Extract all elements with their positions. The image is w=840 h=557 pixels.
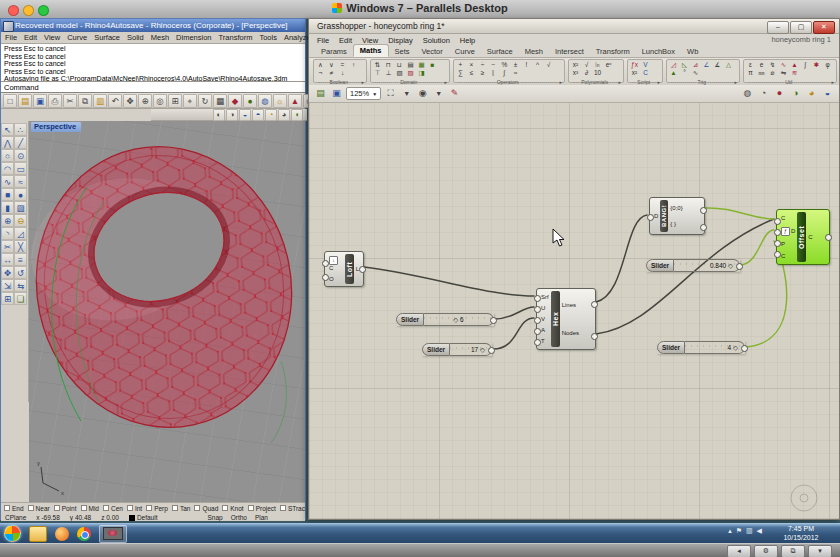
sketch-pen-icon[interactable]: ✎ [448, 87, 461, 100]
open-document-icon[interactable]: ▤ [314, 87, 327, 100]
close-button[interactable]: ✕ [813, 21, 835, 34]
chevron-down-icon[interactable]: ▼ [400, 87, 413, 100]
osnap-toggle[interactable]: Near [28, 505, 50, 512]
trig-sine-icon[interactable]: ◿ [668, 61, 679, 69]
rectangle-icon[interactable]: ▭ [14, 162, 27, 175]
op-floor-icon[interactable]: ⌊ [488, 69, 499, 77]
rhino-command-input[interactable]: Command [1, 82, 305, 93]
osnap-toggle[interactable]: Project [248, 505, 276, 512]
poly-log-icon[interactable]: ㏑ [592, 61, 603, 69]
gh-tab[interactable]: Transform [590, 46, 636, 57]
lamp-icon[interactable]: ☼ [273, 94, 287, 108]
viewport-label[interactable]: Perspective [31, 122, 81, 132]
input-socket[interactable] [774, 240, 781, 247]
osnap-toggle[interactable]: Cen [103, 505, 123, 512]
camera-widget-icon[interactable]: ◍ [741, 87, 754, 100]
input-socket[interactable] [534, 328, 541, 335]
save-icon[interactable]: ▣ [33, 94, 47, 108]
pointer-icon[interactable]: ↖ [1, 123, 14, 136]
gh-tab[interactable]: Curve [449, 46, 481, 57]
gh-menu-item[interactable]: File [317, 36, 329, 45]
gh-menu-item[interactable]: Help [460, 36, 475, 45]
output-socket[interactable] [490, 317, 497, 324]
poly-cube-icon[interactable]: x³ [570, 69, 581, 77]
output-socket[interactable] [591, 301, 598, 308]
move-icon[interactable]: ✥ [1, 266, 14, 279]
ellipse-icon[interactable]: ⊙ [14, 149, 27, 162]
lock-objects-icon[interactable]: ◍ [258, 94, 272, 108]
gh-tab[interactable]: Wb [681, 46, 704, 57]
zoom-extents-icon[interactable]: ⊞ [168, 94, 182, 108]
boolean-union-icon[interactable]: ⊕ [1, 214, 14, 227]
gh-menu-item[interactable]: Edit [339, 36, 352, 45]
util-pyramid-icon[interactable]: ▲ [789, 61, 800, 69]
domain2-icon[interactable]: ▦ [416, 61, 427, 69]
output-socket[interactable] [700, 224, 707, 231]
named-view-icon[interactable]: ◔ [265, 109, 277, 121]
util-epsilon-icon[interactable]: ε [745, 61, 756, 69]
op-negative-icon[interactable]: ± [510, 61, 521, 69]
slider-corner-type[interactable]: Slider 4 ◇ [657, 341, 745, 354]
object-properties-icon[interactable]: ◆ [228, 94, 242, 108]
op-similar-icon[interactable]: ≈ [510, 69, 521, 77]
osnap-toggle[interactable]: Quad [194, 505, 218, 512]
op-power-icon[interactable]: ^ [532, 61, 543, 69]
array-icon[interactable]: ⊞ [1, 292, 14, 305]
output-socket[interactable] [741, 345, 748, 352]
gh-menu-item[interactable]: Display [388, 36, 413, 45]
bool-notequal-icon[interactable]: ≠ [326, 69, 337, 77]
boolean-diff-icon[interactable]: ⊖ [14, 214, 27, 227]
gh-menu-item[interactable]: Solution [423, 36, 450, 45]
slider-v-count[interactable]: Slider 17 ◇ [422, 343, 492, 356]
poly-pow-icon[interactable]: 10 [592, 69, 603, 77]
bang-explode-tree-component[interactable]: D BANG! {0;0} { } [649, 197, 705, 235]
op-divide-icon[interactable]: ÷ [477, 61, 488, 69]
minimize-button[interactable]: – [767, 21, 789, 34]
freeform-icon[interactable]: ≈ [14, 175, 27, 188]
camera-icon[interactable]: ◕ [278, 109, 290, 121]
op-larger-icon[interactable]: ≥ [477, 69, 488, 77]
status-cplane[interactable]: CPlane [5, 514, 26, 521]
rhino-menu-item[interactable]: Tools [259, 33, 277, 42]
osnap-toggle[interactable]: Tan [172, 505, 190, 512]
copy-icon[interactable]: ⧉ [78, 94, 92, 108]
rhino-menu-item[interactable]: Transform [219, 33, 253, 42]
curve-icon[interactable]: ∿ [1, 175, 14, 188]
offset-component[interactable]: C ƒD P C Offset C [776, 209, 830, 265]
domain-segment-icon[interactable]: ◨ [416, 69, 427, 77]
rhino-menu-item[interactable]: Solid [127, 33, 144, 42]
firefox-icon[interactable] [55, 527, 69, 541]
mirror-icon[interactable]: ⇆ [14, 279, 27, 292]
trig-tangent-icon[interactable]: ⊿ [690, 61, 701, 69]
domain-includes-icon[interactable]: ⊥ [383, 69, 394, 77]
chevron-down-icon[interactable]: ▼ [432, 87, 445, 100]
trig-degrees-icon[interactable]: ° [679, 69, 690, 77]
gh-tab[interactable]: Params [315, 46, 353, 57]
op-factorial-icon[interactable]: ! [521, 61, 532, 69]
group-icon[interactable]: ❏ [14, 292, 27, 305]
explorer-icon[interactable] [29, 526, 47, 542]
domain-divide2-icon[interactable]: ▨ [405, 69, 416, 77]
trig-arcsine-icon[interactable]: ∠ [701, 61, 712, 69]
preview-shaded-icon[interactable]: ◕ [805, 87, 818, 100]
osnap-toggle[interactable]: Perp [146, 505, 168, 512]
bool-down-icon[interactable]: ↓ [337, 69, 348, 77]
rhino-menu-item[interactable]: Edit [24, 33, 37, 42]
domain-bounds-icon[interactable]: ⊓ [383, 61, 394, 69]
osnap-toggle[interactable]: End [4, 505, 24, 512]
extend-icon[interactable]: ↔ [1, 253, 14, 266]
start-button[interactable] [4, 525, 21, 542]
bool-and-icon[interactable]: ∧ [315, 61, 326, 69]
cylinder-icon[interactable]: ▮ [1, 201, 14, 214]
input-socket[interactable] [774, 251, 781, 258]
arc-icon[interactable]: ◠ [1, 162, 14, 175]
output-socket[interactable] [700, 207, 707, 214]
fillet-icon[interactable]: ◝ [1, 227, 14, 240]
op-integral-icon[interactable]: ∫ [499, 69, 510, 77]
sphere-icon[interactable]: ● [14, 188, 27, 201]
util-e-icon[interactable]: e [756, 61, 767, 69]
slider-offset-distance[interactable]: Slider 0.840 ◇ [646, 259, 740, 272]
output-socket[interactable] [488, 347, 495, 354]
set-view-icon[interactable]: ◓ [252, 109, 264, 121]
util-interp-icon[interactable]: ⇋ [778, 69, 789, 77]
